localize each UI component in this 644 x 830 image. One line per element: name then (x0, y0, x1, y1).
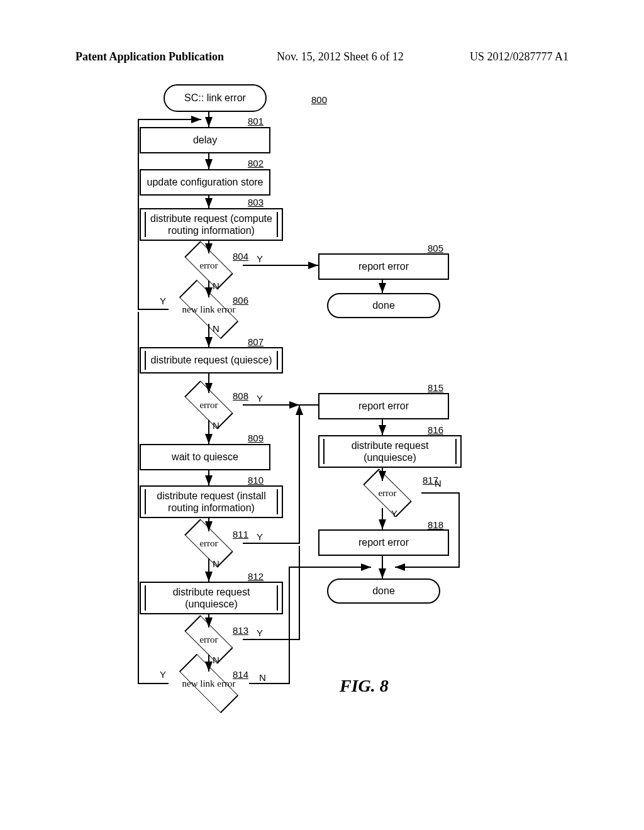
step-update-config: update configuration store (140, 169, 270, 196)
edge-817-y: Y (391, 508, 397, 519)
decision-newlink-814-label: new link error (182, 678, 236, 689)
edge-806-n: N (213, 323, 219, 334)
decision-error-804-label: error (199, 260, 218, 271)
edge-804-n: N (213, 280, 219, 291)
edge-814-n: N (259, 672, 266, 683)
edge-804-y: Y (257, 253, 263, 264)
terminator-done-1: done (327, 293, 440, 318)
ref-803: 803 (248, 197, 264, 208)
ref-815: 815 (428, 382, 443, 393)
edge-813-y: Y (257, 628, 263, 638)
decision-error-817: error (353, 478, 421, 508)
terminator-start-label: SC:: link error (184, 92, 246, 104)
ref-816: 816 (428, 424, 443, 435)
sub-distribute-install-label: distribute request (install routing info… (147, 490, 275, 514)
flowchart-diagram: 800 801 802 803 804 805 806 807 808 815 … (0, 75, 644, 767)
flowchart-connectors (0, 75, 644, 767)
sub-distribute-unquiesce-812-label: distribute request (unquiesce) (147, 586, 275, 610)
step-report-error-805: report error (318, 253, 449, 280)
decision-newlink-806-label: new link error (182, 304, 236, 315)
step-report-error-815: report error (318, 393, 449, 419)
terminator-start: SC:: link error (164, 84, 267, 112)
edge-811-y: Y (257, 531, 263, 542)
header-left: Patent Application Publication (75, 50, 224, 63)
ref-809: 809 (248, 433, 264, 443)
step-update-config-label: update configuration store (147, 176, 263, 188)
terminator-done-2: done (327, 578, 440, 604)
ref-807: 807 (248, 336, 264, 347)
decision-newlink-806: new link error (169, 294, 249, 324)
figure-label: FIG. 8 (340, 676, 389, 696)
decision-newlink-814: new link error (169, 668, 249, 699)
sub-distribute-unquiesce-812: distribute request (unquiesce) (140, 582, 283, 614)
decision-error-808: error (175, 390, 243, 420)
step-report-error-805-label: report error (358, 260, 409, 272)
sub-distribute-unquiesce-816-label: distribute request (unquiesce) (326, 440, 454, 463)
sub-distribute-quiesce: distribute request (quiesce) (140, 347, 283, 374)
step-report-error-818-label: report error (358, 536, 409, 548)
edge-811-n: N (213, 558, 219, 569)
edge-813-n: N (213, 655, 219, 665)
page-header: Patent Application Publication Nov. 15, … (75, 50, 569, 64)
ref-818: 818 (428, 519, 443, 530)
sub-distribute-compute: distribute request (compute routing info… (140, 208, 283, 241)
ref-805: 805 (428, 243, 443, 253)
step-report-error-815-label: report error (358, 400, 409, 412)
terminator-done-2-label: done (372, 585, 395, 597)
terminator-done-1-label: done (372, 299, 395, 311)
ref-802: 802 (248, 158, 264, 169)
ref-812: 812 (248, 571, 264, 582)
step-delay: delay (140, 127, 270, 153)
header-right: US 2012/0287777 A1 (470, 50, 569, 64)
ref-800: 800 (311, 94, 327, 105)
decision-error-804: error (175, 250, 243, 280)
decision-error-813-label: error (199, 634, 218, 645)
decision-error-811: error (175, 528, 243, 558)
step-wait-quiesce: wait to quiesce (140, 444, 270, 470)
step-delay-label: delay (193, 134, 217, 146)
edge-817-n: N (435, 478, 441, 489)
edge-808-y: Y (257, 393, 263, 404)
decision-error-813: error (175, 624, 243, 655)
sub-distribute-quiesce-label: distribute request (quiesce) (151, 354, 272, 366)
header-mid: Nov. 15, 2012 Sheet 6 of 12 (277, 50, 404, 64)
sub-distribute-install: distribute request (install routing info… (140, 485, 283, 518)
edge-814-y: Y (160, 669, 166, 680)
step-report-error-818: report error (318, 529, 449, 556)
ref-801: 801 (248, 116, 264, 126)
step-wait-quiesce-label: wait to quiesce (172, 451, 238, 463)
sub-distribute-compute-label: distribute request (compute routing info… (147, 213, 275, 236)
edge-806-y: Y (160, 296, 166, 306)
ref-810: 810 (248, 475, 264, 485)
sub-distribute-unquiesce-816: distribute request (unquiesce) (318, 435, 462, 468)
decision-error-817-label: error (378, 488, 396, 499)
decision-error-811-label: error (199, 538, 218, 549)
decision-error-808-label: error (199, 400, 218, 411)
edge-808-n: N (213, 420, 219, 431)
